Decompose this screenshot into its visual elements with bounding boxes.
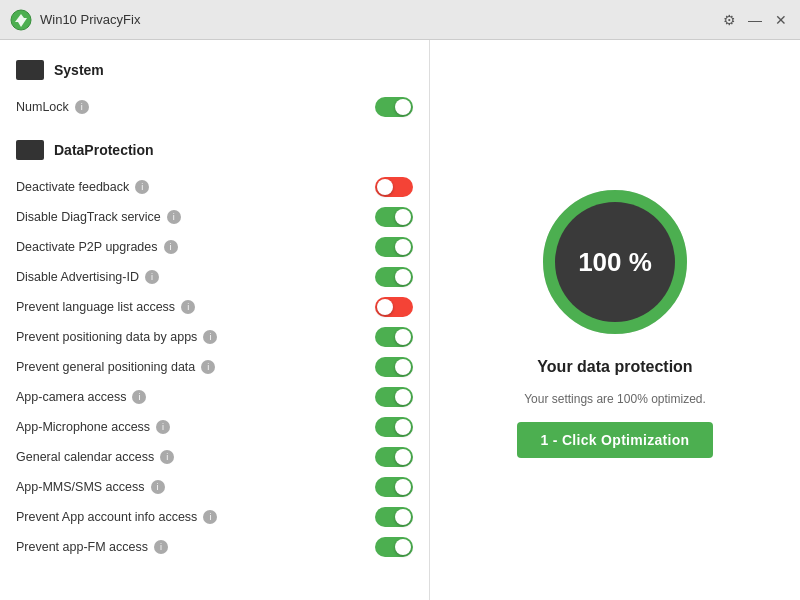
setting-deactivate-feedback: Deactivate feedback i bbox=[0, 172, 429, 202]
app-account-toggle[interactable] bbox=[375, 507, 413, 527]
setting-p2p: Deactivate P2P upgrades i bbox=[0, 232, 429, 262]
circle-inner: 100 % bbox=[555, 202, 675, 322]
general-positioning-toggle[interactable] bbox=[375, 357, 413, 377]
advertising-id-info-icon[interactable]: i bbox=[145, 270, 159, 284]
dataprotection-title: DataProtection bbox=[54, 142, 154, 158]
sms-info-icon[interactable]: i bbox=[151, 480, 165, 494]
app-title: Win10 PrivacyFix bbox=[40, 12, 720, 27]
percentage-text: 100 % bbox=[578, 247, 652, 278]
diagtrack-info-icon[interactable]: i bbox=[167, 210, 181, 224]
setting-camera: App-camera access i bbox=[0, 382, 429, 412]
setting-diagtrack: Disable DiagTrack service i bbox=[0, 202, 429, 232]
dataprotection-section-header: DataProtection bbox=[0, 132, 429, 168]
system-title: System bbox=[54, 62, 104, 78]
microphone-info-icon[interactable]: i bbox=[156, 420, 170, 434]
setting-general-positioning: Prevent general positioning data i bbox=[0, 352, 429, 382]
setting-microphone: App-Microphone access i bbox=[0, 412, 429, 442]
numlock-label: NumLock i bbox=[16, 100, 375, 114]
setting-positioning-apps: Prevent positioning data by apps i bbox=[0, 322, 429, 352]
dataprotection-icon bbox=[16, 140, 44, 160]
language-list-toggle[interactable] bbox=[375, 297, 413, 317]
calendar-toggle[interactable] bbox=[375, 447, 413, 467]
setting-language-list: Prevent language list access i bbox=[0, 292, 429, 322]
camera-info-icon[interactable]: i bbox=[132, 390, 146, 404]
app-icon bbox=[10, 9, 32, 31]
general-positioning-info-icon[interactable]: i bbox=[201, 360, 215, 374]
p2p-toggle[interactable] bbox=[375, 237, 413, 257]
main-content: System NumLock i DataProtection Deactiva… bbox=[0, 40, 800, 600]
setting-advertising-id: Disable Advertising-ID i bbox=[0, 262, 429, 292]
system-icon bbox=[16, 60, 44, 80]
protection-title: Your data protection bbox=[537, 358, 692, 376]
progress-circle: 100 % bbox=[535, 182, 695, 342]
deactivate-feedback-toggle[interactable] bbox=[375, 177, 413, 197]
titlebar: Win10 PrivacyFix ⚙ — ✕ bbox=[0, 0, 800, 40]
microphone-toggle[interactable] bbox=[375, 417, 413, 437]
right-panel: 100 % Your data protection Your settings… bbox=[430, 40, 800, 600]
language-list-info-icon[interactable]: i bbox=[181, 300, 195, 314]
setting-fm: Prevent app-FM access i bbox=[0, 532, 429, 562]
advertising-id-toggle[interactable] bbox=[375, 267, 413, 287]
system-section-header: System bbox=[0, 52, 429, 88]
settings-button[interactable]: ⚙ bbox=[720, 11, 738, 29]
close-button[interactable]: ✕ bbox=[772, 11, 790, 29]
fm-toggle[interactable] bbox=[375, 537, 413, 557]
sms-toggle[interactable] bbox=[375, 477, 413, 497]
app-account-info-icon[interactable]: i bbox=[203, 510, 217, 524]
p2p-info-icon[interactable]: i bbox=[164, 240, 178, 254]
setting-numlock: NumLock i bbox=[0, 92, 429, 122]
setting-calendar: General calendar access i bbox=[0, 442, 429, 472]
diagtrack-toggle[interactable] bbox=[375, 207, 413, 227]
setting-sms: App-MMS/SMS access i bbox=[0, 472, 429, 502]
setting-app-account: Prevent App account info access i bbox=[0, 502, 429, 532]
fm-info-icon[interactable]: i bbox=[154, 540, 168, 554]
numlock-toggle[interactable] bbox=[375, 97, 413, 117]
left-panel: System NumLock i DataProtection Deactiva… bbox=[0, 40, 430, 600]
calendar-info-icon[interactable]: i bbox=[160, 450, 174, 464]
protection-subtitle: Your settings are 100% optimized. bbox=[524, 392, 706, 406]
positioning-apps-info-icon[interactable]: i bbox=[203, 330, 217, 344]
numlock-info-icon[interactable]: i bbox=[75, 100, 89, 114]
window-controls: ⚙ — ✕ bbox=[720, 11, 790, 29]
camera-toggle[interactable] bbox=[375, 387, 413, 407]
deactivate-feedback-info-icon[interactable]: i bbox=[135, 180, 149, 194]
optimize-button[interactable]: 1 - Click Optimization bbox=[517, 422, 714, 458]
positioning-apps-toggle[interactable] bbox=[375, 327, 413, 347]
minimize-button[interactable]: — bbox=[746, 11, 764, 29]
